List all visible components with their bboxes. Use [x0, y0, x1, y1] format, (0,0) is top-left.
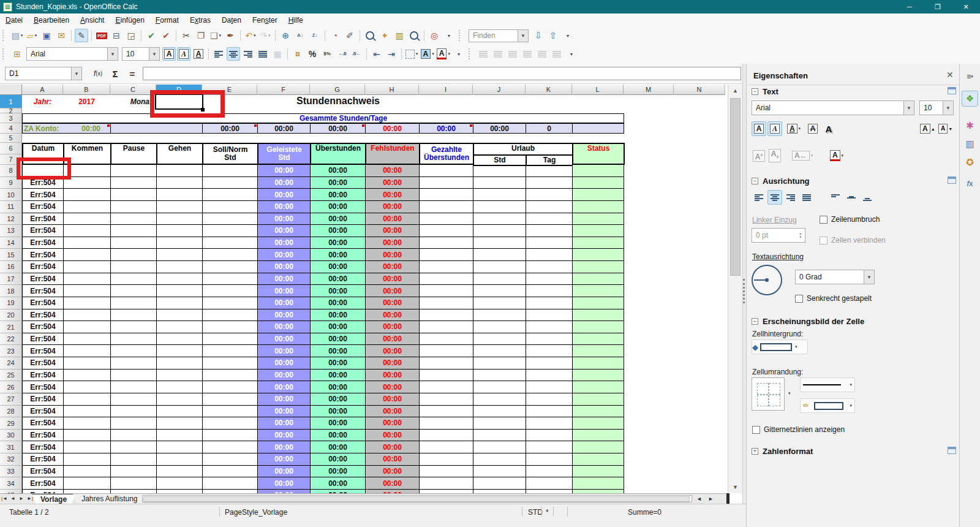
cell-r26-c1[interactable]: [64, 381, 111, 393]
cell-r12-c11[interactable]: [573, 213, 624, 226]
cell-r29-c2[interactable]: [111, 417, 157, 430]
cell-r34-c0[interactable]: Err:504: [23, 477, 64, 490]
cell-r8-c4[interactable]: [203, 165, 258, 177]
vertical-scrollbar-thumb[interactable]: [730, 98, 741, 276]
cell-r26-c8[interactable]: [420, 381, 473, 393]
show-draw-functions-button[interactable]: ✐: [343, 29, 356, 42]
insert-mode[interactable]: STD: [528, 508, 543, 517]
cell-r29-c7[interactable]: 00:00: [366, 417, 420, 430]
row-header-10[interactable]: 10: [0, 189, 22, 201]
cell-r31-c0[interactable]: Err:504: [23, 441, 64, 453]
cell-r32-c7[interactable]: 00:00: [366, 453, 420, 466]
checkbox-box[interactable]: [795, 295, 803, 303]
cell-r23-c11[interactable]: [573, 345, 624, 357]
cell-r34-c1[interactable]: [64, 477, 111, 490]
cell-r15-c7[interactable]: 00:00: [366, 249, 420, 261]
cell-r23-c1[interactable]: [64, 345, 111, 357]
cell-r25-c8[interactable]: [420, 370, 473, 382]
cell-a1-jahr-label[interactable]: Jahr:: [22, 95, 63, 108]
cell-r21-c5[interactable]: 00:00: [258, 321, 311, 333]
cell-r11-c5[interactable]: 00:00: [258, 201, 311, 213]
cell-r8-c6[interactable]: 00:00: [311, 165, 366, 177]
background-color-button[interactable]: A▾: [420, 47, 435, 61]
cell-r17-c11[interactable]: [573, 273, 624, 286]
cell-r26-c3[interactable]: [157, 381, 203, 393]
font-name-select[interactable]: Arial▼: [26, 47, 118, 61]
row-header-27[interactable]: 27: [0, 393, 22, 406]
cell-r33-c8[interactable]: [420, 466, 473, 478]
cell-r14-c2[interactable]: [111, 237, 157, 249]
row-header-5[interactable]: 5: [0, 134, 22, 143]
summary-cell-2[interactable]: 00:00: [202, 123, 258, 134]
wrap-text-checkbox[interactable]: Zeilenumbruch: [820, 215, 880, 224]
cell-r29-c5[interactable]: 00:00: [258, 417, 311, 430]
cell-r20-c6[interactable]: 00:00: [311, 309, 366, 322]
cell-r10-c11[interactable]: [573, 189, 624, 201]
summary-cell-7[interactable]: 00:00: [473, 123, 526, 134]
cell-r25-c2[interactable]: [111, 370, 157, 382]
row-header-12[interactable]: 12: [0, 213, 22, 226]
cell-r30-c8[interactable]: [420, 430, 473, 442]
cell-r9-c3[interactable]: [157, 177, 203, 189]
cell-r33-c3[interactable]: [157, 466, 203, 478]
cell-r22-c9[interactable]: [473, 333, 526, 346]
chevron-down-icon[interactable]: ▼: [107, 48, 118, 60]
cell-r25-c4[interactable]: [203, 370, 258, 382]
cell-r31-c5[interactable]: 00:00: [258, 441, 311, 453]
cell-r34-c5[interactable]: 00:00: [258, 477, 311, 490]
collapse-icon[interactable]: −: [752, 88, 758, 95]
cell-r20-c5[interactable]: 00:00: [258, 309, 311, 322]
menu-item-daten[interactable]: Daten: [216, 14, 247, 26]
chevron-down-icon[interactable]: ▾: [268, 33, 271, 38]
paste-button[interactable]: ❑▾: [209, 29, 222, 42]
border-line-style-button[interactable]: ▾: [800, 377, 855, 392]
cell-r20-c9[interactable]: [473, 309, 526, 322]
font-color-button[interactable]: A▾: [436, 47, 451, 61]
cell-r10-c8[interactable]: [420, 189, 473, 201]
cell-r8-c3[interactable]: [157, 165, 203, 177]
table-header-gehen[interactable]: Gehen: [156, 143, 203, 165]
cell-r13-c11[interactable]: [573, 225, 624, 237]
table-header-geleistete[interactable]: GeleisteteStd: [257, 143, 311, 165]
cell-r28-c11[interactable]: [573, 406, 624, 418]
cell-r24-c4[interactable]: [203, 357, 258, 370]
email-button[interactable]: ✉: [55, 29, 68, 42]
cell-r13-c5[interactable]: 00:00: [258, 225, 311, 237]
cell-r23-c7[interactable]: 00:00: [366, 345, 420, 357]
cell-r24-c9[interactable]: [473, 357, 526, 370]
cell-r32-c10[interactable]: [526, 453, 573, 466]
cell-r27-c11[interactable]: [573, 393, 624, 406]
standard-format-button[interactable]: $%: [320, 47, 334, 61]
number-format-dialog-launcher-icon[interactable]: [948, 447, 956, 454]
table-header-pause[interactable]: Pause: [110, 143, 157, 165]
cell-r27-c7[interactable]: 00:00: [366, 393, 420, 406]
cell-r19-c0[interactable]: Err:504: [23, 297, 64, 309]
cell-r25-c0[interactable]: Err:504: [23, 370, 64, 382]
cell-r29-c8[interactable]: [420, 417, 473, 430]
sidebar-tab-styles[interactable]: ✱: [962, 118, 978, 134]
underline-button[interactable]: A: [192, 47, 205, 61]
cell-r11-c10[interactable]: [526, 201, 573, 213]
cell-r28-c6[interactable]: 00:00: [311, 406, 366, 418]
cell-r15-c11[interactable]: [573, 249, 624, 261]
row-header-33[interactable]: 33: [0, 466, 22, 478]
cell-r34-c4[interactable]: [203, 477, 258, 490]
cell-r27-c4[interactable]: [203, 393, 258, 406]
row-header-14[interactable]: 14: [0, 237, 22, 249]
cell-r30-c7[interactable]: 00:00: [366, 430, 420, 442]
cell-r26-c9[interactable]: [473, 381, 526, 393]
scroll-right-icon[interactable]: ►: [706, 495, 716, 503]
sidebar-italic-button[interactable]: A: [767, 121, 782, 136]
format-paintbrush-button[interactable]: ✒: [224, 29, 237, 42]
cell-r27-c9[interactable]: [473, 393, 526, 406]
cell-r10-c7[interactable]: 00:00: [366, 189, 420, 201]
cell-r25-c7[interactable]: 00:00: [366, 370, 420, 382]
cell-r30-c6[interactable]: 00:00: [311, 430, 366, 442]
chevron-down-icon[interactable]: ▾: [850, 382, 852, 387]
expand-icon[interactable]: +: [752, 448, 758, 455]
cell-r32-c6[interactable]: 00:00: [311, 453, 366, 466]
row-header-26[interactable]: 26: [0, 381, 22, 393]
row-header-32[interactable]: 32: [0, 453, 22, 466]
cell-r22-c5[interactable]: 00:00: [258, 333, 311, 346]
cell-r16-c4[interactable]: [203, 261, 258, 273]
